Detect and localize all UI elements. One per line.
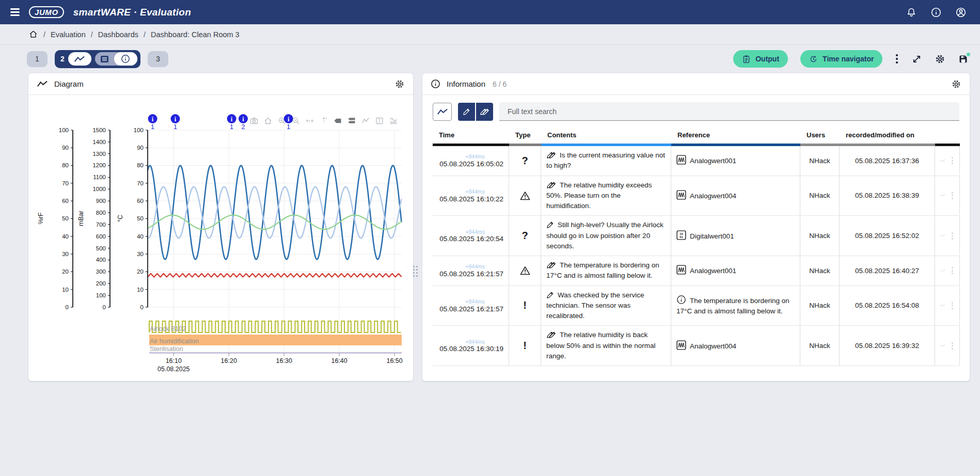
camera-snapshot-icon[interactable] — [250, 117, 258, 125]
show-in-chart-icon[interactable] — [940, 342, 945, 349]
row-menu-kebab-icon[interactable] — [952, 302, 953, 309]
row-actions-cell — [935, 326, 960, 366]
reference-cell: Analogwert004 — [671, 326, 800, 366]
breadcrumb-item-dashboards[interactable]: Dashboards — [98, 30, 138, 39]
contents-cell: The relative humidity is back below 50% … — [541, 326, 671, 366]
recorded-cell: 05.08.2025 16:54:08 — [840, 286, 935, 326]
settings-gear-icon[interactable] — [935, 54, 945, 65]
double-pencil-note-icon — [546, 151, 556, 159]
reset-home-icon[interactable] — [264, 117, 272, 125]
chart-modebar — [250, 117, 398, 125]
show-in-chart-icon[interactable] — [940, 192, 945, 199]
row-menu-kebab-icon[interactable] — [952, 342, 953, 350]
information-count: 6 / 6 — [493, 80, 507, 88]
users-cell: NHack — [800, 326, 840, 366]
tab-3[interactable]: 3 — [148, 51, 168, 67]
menu-icon[interactable] — [8, 6, 20, 18]
compare-traces-icon[interactable] — [389, 117, 398, 125]
column-header-users[interactable]: Users — [800, 127, 840, 146]
double-pencil-note-icon — [546, 331, 556, 339]
table-row[interactable]: +844ms05.08.2025 16:10:22The relative hu… — [433, 176, 959, 216]
millisecond-offset: +844ms — [465, 188, 485, 195]
column-header-time[interactable]: Time — [433, 127, 509, 146]
svg-text:500: 500 — [96, 245, 106, 251]
unsaved-changes-badge — [966, 52, 971, 57]
table-row[interactable]: +844ms05.08.2025 16:21:57!Was checked by… — [433, 286, 959, 326]
single-note-filter-button[interactable] — [458, 103, 475, 121]
users-cell: NHack — [800, 256, 840, 285]
recorded-cell: 05.08.2025 16:39:32 — [840, 326, 935, 366]
time-navigator-button[interactable]: Time navigator — [800, 50, 882, 68]
type-cell: ? — [509, 216, 541, 256]
row-menu-kebab-icon[interactable] — [952, 267, 953, 274]
history-clock-icon — [809, 55, 818, 64]
full-text-search-input[interactable] — [499, 102, 959, 121]
list-view-toggle[interactable] — [95, 52, 114, 66]
digital-signal-icon: 1001 — [676, 230, 686, 240]
information-settings-gear-icon[interactable] — [951, 79, 961, 89]
help-info-icon[interactable] — [930, 7, 942, 18]
double-label-icon[interactable] — [347, 117, 356, 125]
show-in-chart-icon[interactable] — [940, 267, 945, 274]
save-dashboard-icon[interactable] — [958, 54, 969, 65]
diagram-chart[interactable]: 0102030405060708090100%rF010020030040050… — [31, 99, 413, 378]
show-in-chart-icon[interactable] — [940, 302, 945, 309]
information-filter-row — [422, 95, 970, 121]
output-button[interactable]: Output — [733, 50, 788, 68]
svg-text:Airlock B102: Airlock B102 — [150, 325, 186, 332]
svg-text:1: 1 — [230, 123, 233, 131]
svg-text:i: i — [231, 116, 233, 123]
tab-2-group[interactable]: 2 — [55, 50, 140, 68]
row-menu-kebab-icon[interactable] — [952, 192, 953, 199]
table-row[interactable]: +844ms05.08.2025 16:21:57The temperature… — [433, 256, 959, 286]
breadcrumb-item-evaluation[interactable]: Evaluation — [51, 30, 86, 39]
account-icon[interactable] — [955, 7, 967, 18]
notifications-bell-icon[interactable] — [906, 7, 917, 18]
table-row[interactable]: +844ms05.08.2025 16:30:19!The relative h… — [433, 326, 959, 366]
diagram-view-toggle[interactable] — [68, 52, 91, 66]
column-header-actions[interactable] — [935, 127, 960, 146]
tab-1[interactable]: 1 — [27, 51, 48, 67]
time-cell: +844ms05.08.2025 16:20:54 — [433, 216, 509, 256]
svg-text:20: 20 — [137, 268, 144, 275]
home-icon[interactable] — [28, 29, 38, 39]
recorded-cell: 05.08.2025 16:40:27 — [840, 256, 935, 285]
svg-text:10: 10 — [679, 232, 683, 235]
svg-text:mBar: mBar — [77, 211, 85, 226]
reference-cell: Analogwert001 — [671, 146, 800, 176]
column-header-type[interactable]: Type — [509, 127, 541, 146]
reference-cell: Analogwert004 — [671, 176, 800, 216]
table-row[interactable]: +844ms05.08.2025 16:20:54?Still high-lev… — [433, 216, 959, 256]
row-actions-cell — [935, 216, 960, 256]
type-cell: ! — [509, 286, 541, 326]
info-view-toggle[interactable] — [114, 52, 137, 66]
column-header-contents[interactable]: Contents — [541, 127, 671, 146]
time-cell: +844ms05.08.2025 16:21:57 — [433, 286, 509, 326]
svg-text:10: 10 — [62, 287, 69, 293]
svg-text:100: 100 — [134, 127, 144, 133]
single-label-icon[interactable] — [334, 117, 342, 125]
zoom-out-icon[interactable] — [292, 117, 300, 125]
show-in-chart-icon[interactable] — [940, 157, 945, 164]
pan-arrows-icon[interactable] — [306, 117, 314, 125]
line-mode-icon[interactable] — [361, 117, 370, 125]
millisecond-offset: +844ms — [465, 229, 485, 235]
diagram-settings-gear-icon[interactable] — [394, 79, 405, 89]
row-menu-kebab-icon[interactable] — [952, 157, 953, 164]
breadcrumb-item-current-dashboard[interactable]: Dashboard: Clean Room 3 — [151, 30, 240, 39]
zoom-in-icon[interactable] — [278, 117, 286, 125]
pencil-note-icon — [546, 221, 554, 229]
double-note-filter-button[interactable] — [476, 103, 493, 121]
table-row[interactable]: +844ms05.08.2025 16:05:02?Is the current… — [433, 146, 959, 176]
show-in-chart-icon[interactable] — [940, 232, 945, 239]
column-header-recorded-modified-on[interactable]: recorded/modified on — [840, 127, 935, 146]
spike-lines-icon[interactable] — [320, 117, 328, 125]
column-header-reference[interactable]: Reference — [671, 127, 800, 146]
autoscale-y-icon[interactable] — [375, 117, 384, 125]
chart-markers-filter-button[interactable] — [433, 103, 452, 121]
row-menu-kebab-icon[interactable] — [952, 232, 953, 240]
svg-text:10: 10 — [137, 287, 144, 293]
panel-resize-handle[interactable] — [413, 266, 418, 277]
fullscreen-expand-icon[interactable] — [911, 54, 922, 65]
more-options-kebab-icon[interactable] — [895, 53, 899, 65]
